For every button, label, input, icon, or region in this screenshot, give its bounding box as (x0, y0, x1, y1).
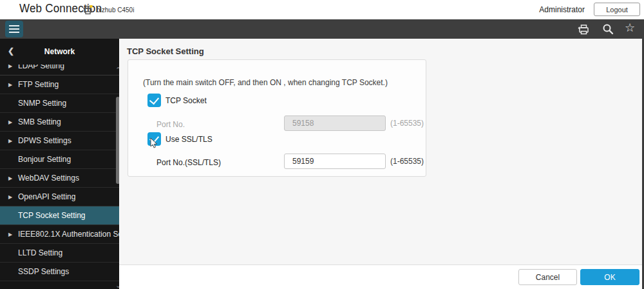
expand-arrow-icon: ▶ (8, 65, 12, 68)
sidebar-item-snmp-setting[interactable]: SNMP Setting (0, 94, 119, 113)
logout-button[interactable]: Logout (594, 3, 640, 16)
main-content: TCP Socket Setting (Turn the main switch… (119, 39, 642, 289)
expand-arrow-icon: ▶ (8, 113, 12, 132)
sidebar-item-ieee8021x-authentication-setting[interactable]: ▶ IEEE802.1X Authentication Setting (0, 225, 119, 244)
sidebar-title: Network (0, 47, 119, 56)
logged-in-user: Administrator (539, 5, 585, 14)
port-no-label: Port No. (156, 120, 185, 129)
device-info: bizhub C450i (82, 5, 134, 15)
sidebar-item-webdav-settings[interactable]: ▶ WebDAV Settings (0, 169, 119, 188)
port-no-input[interactable] (284, 115, 386, 131)
toolbar (0, 19, 644, 39)
sidebar-item-ftp-setting[interactable]: ▶ FTP Setting (0, 75, 119, 94)
search-icon[interactable] (602, 23, 614, 35)
tcp-socket-checkbox-label: TCP Socket (166, 96, 207, 105)
port-no-range-hint: (1-65535) (390, 119, 424, 128)
expand-arrow-icon: ▶ (8, 75, 12, 94)
sidebar-item-dpws-settings[interactable]: ▶ DPWS Settings (0, 132, 119, 150)
expand-arrow-icon: ▶ (8, 225, 12, 244)
expand-arrow-icon: ▶ (8, 188, 12, 206)
hamburger-icon (9, 25, 19, 26)
sidebar-list: ▶ LDAP Setting ▶ FTP Setting SNMP Settin… (0, 65, 119, 289)
printer-icon[interactable] (577, 23, 590, 35)
page-title: TCP Socket Setting (127, 46, 204, 56)
mouse-cursor-icon (149, 137, 158, 149)
hamburger-menu-button[interactable] (5, 21, 23, 37)
expand-arrow-icon: ▶ (8, 132, 12, 150)
sidebar-item-tcp-socket-setting[interactable]: TCP Socket Setting (0, 206, 119, 225)
cancel-button[interactable]: Cancel (518, 269, 577, 285)
port-no-ssl-tls-label: Port No.(SSL/TLS) (156, 158, 221, 167)
tcp-socket-checkbox[interactable] (147, 94, 161, 107)
sidebar-item-bonjour-setting[interactable]: Bonjour Setting (0, 150, 119, 169)
device-name: bizhub C450i (97, 6, 134, 14)
printer-device-icon (82, 5, 93, 15)
app-header: Web Connection bizhub C450i Administrato… (0, 0, 644, 19)
footer-action-bar: Cancel OK (119, 264, 644, 289)
sidebar-item-lltd-setting[interactable]: LLTD Setting (0, 244, 119, 263)
sidebar-network-menu: ❮ Network ▶ LDAP Setting ▶ FTP Setting S… (0, 39, 119, 289)
panel-note: (Turn the main switch OFF, and then ON ,… (143, 78, 388, 87)
sidebar-item-ldap-setting[interactable]: ▶ LDAP Setting (0, 65, 119, 75)
expand-arrow-icon: ▶ (8, 169, 12, 188)
sidebar-item-openapi-setting[interactable]: ▶ OpenAPI Setting (0, 188, 119, 206)
use-ssl-tls-checkbox-label: Use SSL/TLS (166, 135, 213, 144)
port-no-ssl-tls-range-hint: (1-65535) (390, 157, 424, 166)
star-icon[interactable]: ☆ (625, 21, 635, 35)
port-no-ssl-tls-input[interactable] (284, 154, 386, 169)
tcp-socket-settings-panel: (Turn the main switch OFF, and then ON ,… (128, 59, 426, 177)
sidebar-item-ssdp-settings[interactable]: SSDP Settings (0, 263, 119, 281)
sidebar-header: ❮ Network (0, 39, 119, 65)
ok-button[interactable]: OK (580, 269, 639, 285)
sidebar-item-smb-setting[interactable]: ▶ SMB Setting (0, 113, 119, 132)
